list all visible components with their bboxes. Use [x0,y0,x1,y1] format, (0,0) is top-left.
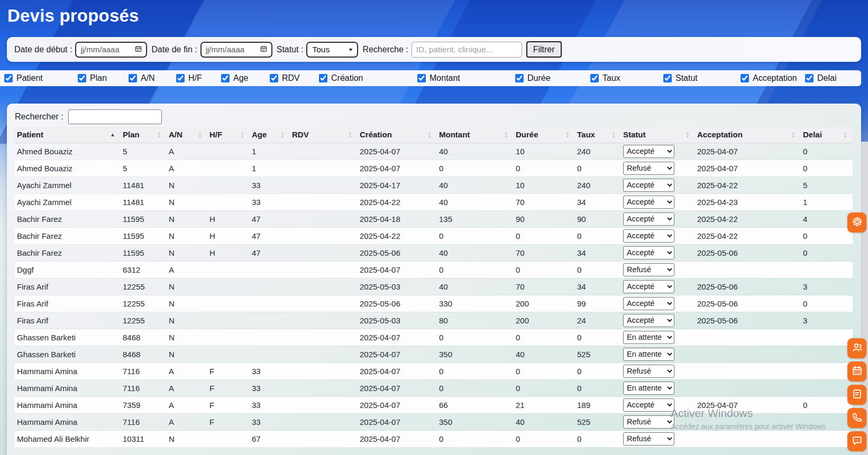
cell-rdv [290,312,358,329]
cell-hf [207,278,250,295]
col-header-label: Patient [17,130,43,139]
column-toggle-checkbox-statut[interactable] [663,74,672,82]
column-toggle-checkbox-age[interactable] [221,74,230,82]
table-search-input[interactable] [68,109,162,124]
column-toggle-checkbox-rdv[interactable] [270,74,278,82]
patients-fab[interactable] [847,338,866,358]
col-header-plan[interactable]: Plan▲▼ [121,127,167,143]
cell-montant: 40 [437,278,514,295]
cell-creation: 2025-04-22 [358,227,437,244]
column-toggle-checkbox-acceptation[interactable] [741,74,749,82]
col-header-montant[interactable]: Montant▲▼ [437,127,514,143]
col-header-creation[interactable]: Création▲▼ [358,127,437,143]
cell-taux: 525 [575,413,621,430]
statut-select[interactable]: AcceptéRefuséEn attente [623,246,674,259]
statut-select[interactable]: AcceptéRefuséEn attente [623,212,674,226]
cell-an: A [167,363,207,379]
cell-montant: 330 [437,295,514,312]
column-toggle-checkbox-delai[interactable] [805,74,814,82]
statut-select[interactable]: AcceptéRefuséEn attente [623,297,674,310]
statut-select[interactable]: AcceptéRefuséEn attente [623,179,674,192]
column-toggle-label: Statut [675,73,698,83]
col-header-patient[interactable]: Patient▲ [15,127,121,143]
column-toggle-checkbox-an[interactable] [129,74,137,82]
table-card: Rechercher : Patient▲Plan▲▼A/N▲▼H/F▲▼Age… [7,104,861,455]
col-header-acceptation[interactable]: Acceptation▲▼ [695,127,801,143]
col-header-taux[interactable]: Taux▲▼ [575,127,621,143]
cell-taux: 0 [575,363,621,379]
cell-duree: 200 [514,295,575,312]
cell-montant: 0 [437,227,514,244]
cell-plan: 11595 [121,227,167,244]
col-header-label: Durée [516,130,538,139]
statut-select[interactable]: AcceptéRefuséEn attente [623,382,674,395]
column-toggle-checkbox-plan[interactable] [78,74,86,82]
statut-select[interactable]: AcceptéRefuséEn attente [623,314,674,327]
cell-rdv [290,160,358,177]
cell-taux: 189 [575,396,621,413]
statut-select[interactable]: AcceptéRefuséEn attente [623,145,674,158]
statut-select[interactable]: AcceptéRefuséEn attente [623,196,674,209]
cell-an: N [167,346,207,363]
statut-select[interactable]: AcceptéRefuséEn attente [623,398,674,412]
cell-duree: 40 [514,413,575,430]
statut-filter-select[interactable]: Tous ▼ [306,42,358,58]
calendar-fab[interactable] [847,361,866,382]
cell-creation: 2025-04-17 [358,177,437,193]
cell-hf [207,261,250,278]
column-toggle-label: Création [331,73,363,83]
cell-plan: 6312 [121,261,167,278]
col-header-hf[interactable]: H/F▲▼ [207,127,250,143]
column-toggle-checkbox-taux[interactable] [590,74,599,82]
settings-fab[interactable] [847,212,866,233]
chat-fab[interactable] [847,431,866,451]
calendar-icon[interactable] [260,45,268,54]
cell-rdv [290,396,358,413]
calendar-icon[interactable] [134,45,142,54]
cell-patient: Dggf [15,261,121,278]
col-header-an[interactable]: A/N▲▼ [167,127,207,143]
cell-delai: 0 [801,227,853,244]
cell-taux: 525 [575,346,621,363]
cell-statut: AcceptéRefuséEn attente [621,278,695,295]
col-header-delai[interactable]: Delai▲▼ [801,127,853,143]
statut-select[interactable]: AcceptéRefuséEn attente [623,162,674,175]
cell-plan: 8468 [121,346,167,363]
statut-select[interactable]: AcceptéRefuséEn attente [623,415,674,429]
filtrer-button[interactable]: Filtrer [526,41,562,58]
date-start-input[interactable]: jj/mm/aaaa [75,42,147,58]
col-header-age[interactable]: Age▲▼ [250,127,290,143]
cell-statut: AcceptéRefuséEn attente [621,430,695,447]
cell-delai: 3 [801,278,853,295]
cell-montant: 0 [437,363,514,379]
statut-select[interactable]: AcceptéRefuséEn attente [623,280,674,293]
cell-an: A [167,143,207,160]
col-header-duree[interactable]: Durée▲▼ [514,127,575,143]
statut-select[interactable]: AcceptéRefuséEn attente [623,348,674,361]
column-toggle-checkbox-patient[interactable] [4,74,13,82]
statut-select[interactable]: AcceptéRefuséEn attente [623,331,674,344]
statut-select[interactable]: AcceptéRefuséEn attente [623,365,674,378]
statut-select[interactable]: AcceptéRefuséEn attente [623,263,674,276]
column-toggle-checkbox-hf[interactable] [176,74,185,82]
column-toggle-checkbox-creation[interactable] [319,74,327,82]
cell-delai: 0 [801,295,853,312]
col-header-rdv[interactable]: RDV▲▼ [290,127,358,143]
cell-plan: 5 [121,143,167,160]
cell-montant: 66 [437,396,514,413]
notes-fab[interactable] [847,385,866,405]
statut-select[interactable]: AcceptéRefuséEn attente [623,432,674,445]
date-end-input[interactable]: jj/mm/aaaa [200,42,272,58]
cell-duree: 21 [514,396,575,413]
statut-select[interactable]: AcceptéRefuséEn attente [623,229,674,243]
column-toggle-checkbox-duree[interactable] [515,74,524,82]
column-toggle-checkbox-montant[interactable] [417,74,426,82]
cell-taux: 34 [575,193,621,210]
table-search-label: Rechercher : [15,112,63,122]
cell-plan: 10311 [121,430,167,447]
phone-fab[interactable] [847,408,866,428]
col-header-statut[interactable]: Statut▲▼ [621,127,695,143]
cell-patient: Hammami Amina [15,363,121,379]
search-input[interactable] [412,42,522,58]
cell-acceptation: 2025-05-06 [695,312,801,329]
